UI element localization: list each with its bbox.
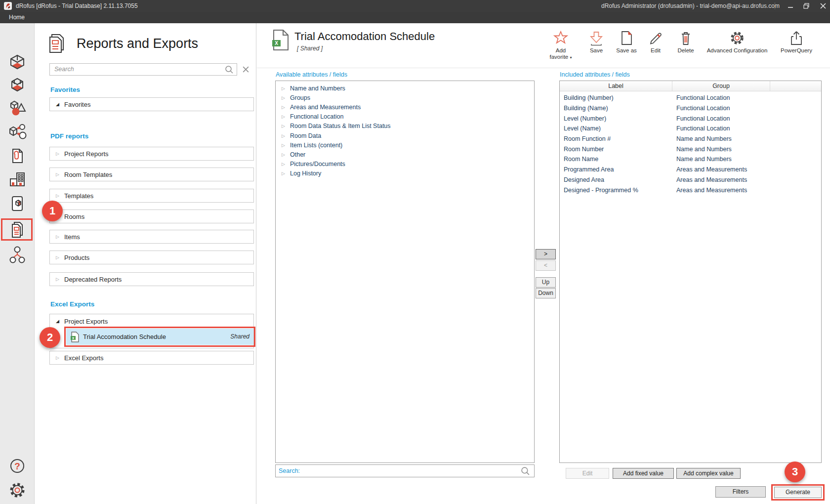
table-row[interactable]: Room Function #Name and Numbers <box>560 134 821 144</box>
systems-icon[interactable] <box>7 122 27 142</box>
rooms-icon[interactable] <box>7 53 27 73</box>
move-left-button[interactable]: < <box>536 260 556 271</box>
column-header-label[interactable]: Label <box>560 81 672 91</box>
cell-label: Room Name <box>560 156 672 163</box>
expander-collapsed-icon[interactable]: ▷ <box>282 105 288 110</box>
advanced-configuration-button[interactable]: Advanced Configuration <box>698 30 777 54</box>
group-label: Excel Exports <box>64 354 103 362</box>
expander-collapsed-icon[interactable]: ▷ <box>282 152 288 157</box>
generate-button[interactable]: Generate <box>774 487 822 498</box>
available-search-box[interactable]: Search: <box>275 464 535 477</box>
expander-collapsed-icon[interactable]: ▷ <box>56 277 62 282</box>
group-deprecated-reports[interactable]: ▷ Deprecated Reports <box>49 272 254 286</box>
tree-item-groups[interactable]: ▷Groups <box>276 93 534 102</box>
expander-collapsed-icon[interactable]: ▷ <box>282 162 288 167</box>
annotation-badge-3: 3 <box>785 462 805 482</box>
table-row[interactable]: Room NameName and Numbers <box>560 154 821 165</box>
table-row[interactable]: Room NumberName and Numbers <box>560 144 821 154</box>
selected-export-label: Trial Accomodation Schedule <box>83 329 166 345</box>
table-row[interactable]: Level (Number)Functional Location <box>560 113 821 124</box>
group-project-exports-row[interactable]: ◢ Project Exports <box>50 314 253 328</box>
group-room-templates[interactable]: ▷ Room Templates <box>49 168 254 181</box>
tree-item-label: Item Lists (content) <box>290 142 342 149</box>
expander-collapsed-icon[interactable]: ▷ <box>282 114 288 119</box>
reports-panel-icon <box>48 34 66 54</box>
expander-collapsed-icon[interactable]: ▷ <box>282 86 288 91</box>
group-label: Deprecated Reports <box>64 276 122 283</box>
table-row[interactable]: Programmed AreaAreas and Measurements <box>560 165 821 175</box>
powerquery-button[interactable]: PowerQuery <box>774 30 819 54</box>
expander-expanded-icon[interactable]: ◢ <box>56 102 62 107</box>
reports-search-input[interactable] <box>54 64 222 75</box>
expander-collapsed-icon[interactable]: ▷ <box>282 124 288 128</box>
star-icon <box>553 30 568 46</box>
column-header-empty[interactable] <box>770 81 821 91</box>
expander-collapsed-icon[interactable]: ▷ <box>56 355 62 360</box>
tree-item-item-lists[interactable]: ▷Item Lists (content) <box>276 140 534 150</box>
tree-item-pictures-documents[interactable]: ▷Pictures/Documents <box>276 160 534 169</box>
tree-item-room-data[interactable]: ▷Room Data <box>276 131 534 140</box>
expander-collapsed-icon[interactable]: ▷ <box>56 234 62 239</box>
products-icon[interactable] <box>7 98 27 118</box>
move-right-button[interactable]: > <box>536 249 556 259</box>
move-up-button[interactable]: Up <box>536 277 556 288</box>
documents-icon[interactable] <box>7 146 27 166</box>
expander-collapsed-icon[interactable]: ▷ <box>282 143 288 148</box>
save-button[interactable]: Save <box>581 30 611 54</box>
expander-collapsed-icon[interactable]: ▷ <box>282 171 288 176</box>
item-database-icon[interactable] <box>7 194 27 213</box>
help-icon[interactable]: ? <box>7 456 27 476</box>
minimize-icon[interactable] <box>787 2 794 9</box>
tree-item-areas-and-measurements[interactable]: ▷Areas and Measurements <box>276 102 534 112</box>
group-project-reports[interactable]: ▷ Project Reports <box>49 147 254 161</box>
settings-gear-icon[interactable] <box>7 480 27 500</box>
expander-collapsed-icon[interactable]: ▷ <box>56 151 62 156</box>
tree-item-other[interactable]: ▷Other <box>276 150 534 159</box>
group-rooms[interactable]: ▷ Rooms <box>49 210 254 223</box>
clear-search-icon[interactable] <box>242 66 249 73</box>
expander-expanded-icon[interactable]: ◢ <box>56 319 62 324</box>
delete-button[interactable]: Delete <box>672 30 700 54</box>
edit-attribute-button[interactable]: Edit <box>566 468 609 479</box>
restore-icon[interactable] <box>802 2 810 9</box>
edit-button[interactable]: Edit <box>643 30 668 54</box>
expander-collapsed-icon[interactable]: ▷ <box>56 172 62 177</box>
close-icon[interactable] <box>819 2 827 9</box>
search-icon[interactable] <box>521 466 530 476</box>
expander-collapsed-icon[interactable]: ▷ <box>282 95 288 100</box>
expander-collapsed-icon[interactable]: ▷ <box>56 255 62 260</box>
group-products[interactable]: ▷ Products <box>49 251 254 264</box>
group-excel-exports[interactable]: ▷ Excel Exports <box>49 351 254 365</box>
cell-group: Name and Numbers <box>672 156 770 163</box>
table-row[interactable]: Designed AreaAreas and Measurements <box>560 175 821 185</box>
tree-item-functional-location[interactable]: ▷Functional Location <box>276 112 534 122</box>
expander-collapsed-icon[interactable]: ▷ <box>56 193 62 198</box>
buildings-icon[interactable] <box>7 169 27 189</box>
group-items[interactable]: ▷ Items <box>49 230 254 244</box>
save-as-button[interactable]: Save as <box>611 30 642 54</box>
table-row[interactable]: Building (Number)Functional Location <box>560 93 821 103</box>
move-down-button[interactable]: Down <box>536 288 556 298</box>
classification-icon[interactable] <box>7 245 27 264</box>
tree-item-log-history[interactable]: ▷Log History <box>276 169 534 178</box>
add-complex-value-button[interactable]: Add complex value <box>676 468 741 479</box>
table-row[interactable]: Building (Name)Functional Location <box>560 103 821 114</box>
tree-item-name-and-numbers[interactable]: ▷Name and Numbers <box>276 84 534 93</box>
search-icon[interactable] <box>225 65 234 74</box>
titlebar: dRofus [dRofus - Trial Database] 2.11.13… <box>0 0 830 12</box>
table-row[interactable]: Designed - Programmed %Areas and Measure… <box>560 185 821 195</box>
header-separator <box>257 68 830 68</box>
room-function-icon[interactable] <box>7 76 27 95</box>
table-row[interactable]: Level (Name)Functional Location <box>560 124 821 134</box>
group-favorites[interactable]: ◢ Favorites <box>49 97 254 111</box>
add-favorite-button[interactable]: Add favorite ▾ <box>543 30 578 61</box>
column-header-group[interactable]: Group <box>672 81 770 91</box>
tree-item-label: Functional Location <box>290 113 343 120</box>
tree-item-room-data-status[interactable]: ▷Room Data Status & Item List Status <box>276 122 534 131</box>
menu-home[interactable]: Home <box>9 12 25 23</box>
filters-button[interactable]: Filters <box>715 486 766 498</box>
expander-collapsed-icon[interactable]: ▷ <box>282 133 288 138</box>
cell-group: Name and Numbers <box>672 135 770 142</box>
group-templates[interactable]: ▷ Templates <box>49 189 254 203</box>
add-fixed-value-button[interactable]: Add fixed value <box>613 468 674 479</box>
